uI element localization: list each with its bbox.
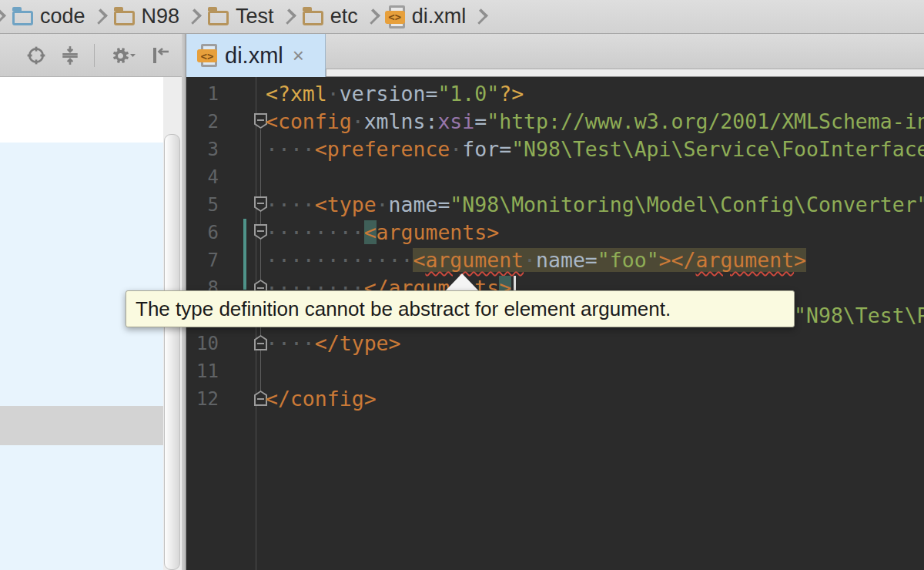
breadcrumb-item-code[interactable]: code (12, 5, 85, 28)
folder-icon (303, 11, 323, 25)
breadcrumb-label: etc (330, 5, 358, 28)
breadcrumb-label: N98 (142, 5, 180, 28)
line-number: 5 (186, 191, 219, 219)
project-tree-selection-block (0, 142, 163, 406)
code-line-2: 2<config·xmlns:xsi="http://www.w3.org/20… (186, 108, 924, 136)
line-number: 7 (186, 246, 219, 274)
locate-target-icon[interactable] (26, 45, 46, 65)
code-line-1: 1<?xml·version="1.0"?> (186, 80, 924, 108)
tab-strip-bottom (326, 69, 924, 76)
folder-icon (114, 11, 135, 25)
code-text: ····<type·name="N98\Monitoring\Model\Con… (266, 191, 924, 219)
project-panel-toolbar (0, 34, 186, 77)
xml-file-icon: <> (199, 44, 217, 67)
project-tree-row-band (0, 406, 163, 445)
line-number: 1 (186, 80, 219, 108)
code-line-3: 3····<preference·for="N98\Test\Api\Servi… (186, 136, 924, 163)
code-line-10: 10····</type> (186, 330, 924, 357)
code-text: ············<argument·name="foo"></argum… (266, 246, 806, 274)
collapse-all-icon[interactable] (60, 45, 80, 65)
line-number: 2 (186, 108, 219, 136)
chevron-right-icon (186, 8, 202, 25)
error-tooltip: The type definition cannot be abstract f… (126, 290, 795, 327)
chevron-right-icon (92, 8, 108, 25)
breadcrumb-label: Test (236, 5, 274, 28)
breadcrumb-item-N98[interactable]: N98 (114, 5, 180, 28)
code-line-4: 4 (186, 163, 924, 191)
chevron-right-icon (0, 8, 6, 25)
line-number: 3 (186, 136, 219, 163)
breadcrumb: codeN98Testetc<>di.xml (0, 0, 924, 34)
code-text: ····</type> (266, 330, 401, 357)
code-text: <config·xmlns:xsi="http://www.w3.org/200… (266, 108, 924, 136)
breadcrumb-item-di-xml[interactable]: <>di.xml (387, 5, 467, 28)
chevron-right-icon (364, 8, 380, 25)
folder-blue-icon (12, 11, 33, 25)
tab-di-xml[interactable]: <> di.xml × (186, 34, 326, 77)
line-number: 4 (186, 163, 219, 191)
panel-scrollbar-thumb[interactable] (164, 134, 180, 570)
tab-label: di.xml (225, 43, 283, 69)
code-text: ········<arguments> (266, 219, 499, 246)
code-line-7: 7············<argument·name="foo"></argu… (186, 246, 924, 274)
breadcrumb-label: code (40, 5, 85, 28)
folder-icon (208, 11, 229, 25)
line-number: 6 (186, 219, 219, 246)
hide-panel-icon[interactable] (150, 45, 172, 65)
code-line-11: 11 (186, 357, 924, 385)
code-text: </config> (266, 385, 377, 413)
editor-tab-bar: <> di.xml × (186, 34, 924, 77)
code-line-5: 5····<type·name="N98\Monitoring\Model\Co… (186, 191, 924, 219)
error-tooltip-text: The type definition cannot be abstract f… (136, 297, 671, 321)
chevron-right-icon (280, 8, 296, 25)
toolbar-separator (94, 44, 95, 67)
code-text: ····<preference·for="N98\Test\Api\Servic… (266, 136, 924, 163)
project-tree-selection-block (0, 445, 163, 570)
settings-gear-icon[interactable] (109, 45, 136, 66)
chevron-right-icon (472, 8, 488, 25)
code-line-12: 12</config> (186, 385, 924, 413)
code-text: <?xml·version="1.0"?> (266, 80, 524, 108)
breadcrumb-item-Test[interactable]: Test (208, 5, 274, 28)
breadcrumb-label: di.xml (412, 5, 467, 28)
line-number: 12 (186, 385, 219, 413)
line-number: 11 (186, 357, 219, 385)
close-icon[interactable]: × (293, 45, 304, 65)
line-number: 10 (186, 330, 219, 357)
code-line-6: 6········<arguments> (186, 219, 924, 246)
breadcrumb-item-etc[interactable]: etc (303, 5, 358, 28)
xml-file-icon: <> (387, 5, 405, 28)
